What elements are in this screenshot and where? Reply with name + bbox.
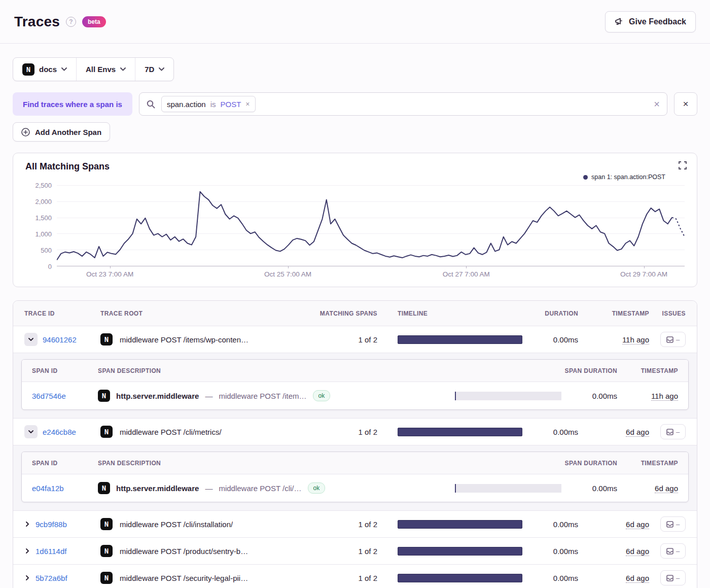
expanded-span-panel: SPAN ID SPAN DESCRIPTION SPAN DURATION T… [13,445,697,511]
col-span-id: SPAN ID [32,460,98,467]
expand-chart-icon[interactable] [679,161,687,169]
matching-spans-count: 1 of 2 [316,574,377,582]
timeline-bar[interactable] [398,520,522,529]
span-duration-value: 0.00ms [561,484,617,493]
project-filter[interactable]: N docs [13,58,76,81]
span-status-badge: ok [313,390,331,401]
span-status-badge: ok [308,482,326,494]
span-row: e04fa12b N http.server.middleware — midd… [22,474,688,502]
date-range-filter[interactable]: 7D [135,58,173,81]
span-row: 36d7546e N http.server.middleware — midd… [22,382,688,409]
chevron-down-icon [28,429,34,435]
issues-button[interactable]: – [660,543,686,559]
span-id-link[interactable]: e04fa12b [32,484,98,493]
span-duration-value: 0.00ms [561,392,617,400]
find-traces-label: Find traces where a span is [13,92,132,116]
chevron-right-icon [24,548,30,554]
col-span-timestamp: TIMESTAMP [617,460,678,467]
environment-filter[interactable]: All Envs [76,58,135,81]
table-row: 1d6114df N middleware POST /product/sent… [13,538,697,565]
timestamp-value[interactable]: 6d ago [626,547,649,556]
token-operator: is [210,100,216,109]
timestamp-value[interactable]: 6d ago [626,428,649,437]
close-filter-row-button[interactable]: × [674,92,697,116]
span-header-row: SPAN ID SPAN DESCRIPTION SPAN DURATION T… [22,452,688,474]
timestamp-value[interactable]: 11h ago [622,335,649,344]
issues-icon [666,429,673,435]
duration-value: 0.00ms [522,547,578,556]
col-duration: DURATION [522,310,578,317]
expand-row-button[interactable] [24,521,30,527]
col-span-duration: SPAN DURATION [561,460,617,467]
matching-spans-count: 1 of 2 [316,428,377,436]
nextjs-icon: N [100,572,113,584]
span-description-label: middleware POST /cli/… [219,484,301,493]
span-search-input[interactable]: span.action is POST × × [139,92,667,116]
x-axis-labels: Oct 23 7:00 AM Oct 25 7:00 AM Oct 27 7:0… [57,266,685,282]
legend-label: span 1: span.action:POST [591,174,665,181]
date-range-filter-label: 7D [145,65,154,74]
timeline-bar[interactable] [398,574,522,582]
chevron-down-icon [61,67,67,71]
expand-row-button[interactable] [24,575,30,581]
col-span-description: SPAN DESCRIPTION [98,367,435,374]
matching-spans-count: 1 of 2 [316,335,377,344]
filter-token[interactable]: span.action is POST × [161,96,256,112]
chevron-right-icon [24,521,30,527]
collapse-row-button[interactable] [24,425,38,438]
span-timeline-bar[interactable] [455,392,561,400]
trend-line [57,185,685,266]
trace-root-label: middleware POST /cli/installation/ [120,520,233,529]
traces-table: TRACE ID TRACE ROOT MATCHING SPANS TIMEL… [13,300,697,588]
search-icon [147,100,155,109]
issues-button[interactable]: – [660,570,686,585]
trace-id-link[interactable]: 9cb9f88b [36,520,67,529]
col-issues: ISSUES [649,310,686,317]
timestamp-value[interactable]: 6d ago [626,574,649,583]
issues-button[interactable]: – [660,424,686,439]
add-another-span-button[interactable]: Add Another Span [13,122,110,142]
plus-circle-icon [21,128,30,136]
span-id-link[interactable]: 36d7546e [32,392,98,400]
expand-row-button[interactable] [24,548,30,554]
filter-bar: N docs All Envs 7D [13,57,174,81]
trace-root-label: middleware POST /product/sentry-b… [120,547,248,556]
trace-root-label: middleware POST /items/wp-conten… [120,335,248,344]
help-icon[interactable]: ? [66,17,76,27]
trace-id-link[interactable]: 94601262 [43,335,77,344]
table-row: 94601262 N middleware POST /items/wp-con… [13,326,697,353]
issues-icon [666,548,673,555]
span-header-row: SPAN ID SPAN DESCRIPTION SPAN DURATION T… [22,360,688,382]
timestamp-value[interactable]: 6d ago [626,520,649,529]
give-feedback-button[interactable]: Give Feedback [605,11,696,32]
issues-icon [666,336,673,343]
expanded-span-panel: SPAN ID SPAN DESCRIPTION SPAN DURATION T… [13,353,697,419]
chevron-right-icon [24,575,30,581]
table-row: 9cb9f88b N middleware POST /cli/installa… [13,511,697,538]
issues-button[interactable]: – [660,332,686,347]
trace-id-link[interactable]: 5b72a6bf [36,574,67,582]
megaphone-icon [615,17,624,26]
span-timestamp-value[interactable]: 11h ago [651,392,678,401]
token-value: POST [221,100,241,109]
token-remove-icon[interactable]: × [245,100,250,108]
table-row: 5b72a6bf N middleware POST /security-leg… [13,565,697,588]
nextjs-icon: N [100,545,113,557]
collapse-row-button[interactable] [24,333,38,346]
chevron-down-icon [120,67,126,71]
issues-icon [666,575,673,581]
trace-id-link[interactable]: 1d6114df [36,547,66,556]
timeline-bar[interactable] [398,335,522,344]
environment-filter-label: All Envs [86,65,116,74]
issues-button[interactable]: – [660,516,686,532]
span-timeline-bar[interactable] [455,484,561,493]
trace-id-link[interactable]: e246cb8e [43,428,76,436]
span-timestamp-value[interactable]: 6d ago [655,484,678,493]
chart-plot-area[interactable] [57,185,685,266]
nextjs-icon: N [100,426,113,438]
timeline-bar[interactable] [398,428,522,436]
timeline-bar[interactable] [398,547,522,556]
nextjs-icon: N [100,333,113,345]
span-duration-tick [455,392,456,400]
clear-search-icon[interactable]: × [654,98,660,110]
